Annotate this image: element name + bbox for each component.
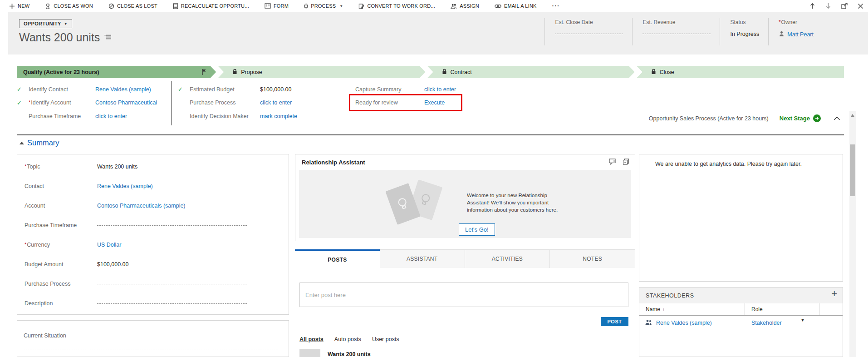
new-button[interactable]: NEW (9, 3, 29, 9)
field-topic[interactable]: *Topic Wants 200 units (25, 157, 282, 176)
column-header-name[interactable]: Name ↑ (639, 303, 745, 315)
tab-activities[interactable]: ACTIVITIES (465, 249, 550, 268)
field-label: *Topic (25, 164, 97, 170)
record-navigation (809, 0, 863, 12)
chevron-down-icon[interactable]: ▼ (800, 317, 805, 322)
lets-go-button[interactable]: Let's Go! (459, 223, 495, 236)
stakeholder-role-link[interactable]: Stakeholder (751, 320, 782, 326)
field-label: Purchase Timeframe (25, 222, 97, 228)
est-close-date-field[interactable]: Est. Close Date (544, 18, 632, 45)
status-label: Status (730, 19, 759, 25)
collapse-process-icon[interactable] (834, 116, 840, 120)
stage-qualify[interactable]: Qualify (Active for 23 hours) (17, 66, 216, 78)
lock-icon (232, 69, 237, 76)
field-label: *Identify Account (29, 99, 95, 106)
convert-to-work-order-button[interactable]: CONVERT TO WORK ORD... (358, 3, 435, 9)
tab-posts[interactable]: POSTS (295, 249, 380, 268)
owner-link[interactable]: Matt Peart (787, 31, 814, 38)
relationship-assistant-title: Relationship Assistant (302, 159, 365, 166)
identify-contact-link[interactable]: Rene Valdes (sample) (95, 86, 151, 93)
column-header-role[interactable]: Role (745, 303, 819, 315)
filter-auto-posts[interactable]: Auto posts (334, 336, 361, 342)
mark-complete-link[interactable]: mark complete (260, 113, 297, 119)
currency-link[interactable]: US Dollar (97, 242, 122, 248)
social-pane-tabs: POSTS ASSISTANT ACTIVITIES NOTES (295, 249, 635, 268)
move-down-icon[interactable] (825, 3, 831, 9)
stakeholders-panel: STAKEHOLDERS + Name ↑ Role Rene Valdes (… (639, 287, 843, 357)
field-purchase-timeframe[interactable]: Purchase Timeframe (25, 215, 282, 235)
field-description[interactable]: Description (25, 293, 282, 313)
stakeholder-name-link[interactable]: Rene Valdes (sample) (656, 320, 712, 326)
form-icon (265, 3, 271, 9)
post-list-item[interactable]: Wants 200 units (299, 349, 371, 357)
field-contact[interactable]: Contact Rene Valdes (sample) (25, 176, 282, 196)
empty-value-dashes[interactable] (24, 349, 278, 349)
field-budget-amount[interactable]: Budget Amount $100,000.00 (25, 254, 282, 274)
feedback-bubble-icon[interactable] (609, 159, 616, 165)
stage-contract[interactable]: Contract (427, 66, 635, 78)
close-icon[interactable] (858, 3, 863, 9)
process-field-purchase-timeframe: Purchase Timeframe click to enter (17, 109, 169, 123)
add-stakeholder-button[interactable]: + (831, 288, 837, 300)
column-divider (326, 81, 326, 125)
field-account[interactable]: Account Contoso Pharmaceuticals (sample) (25, 196, 282, 215)
people-icon (645, 319, 652, 327)
filter-all-posts[interactable]: All posts (299, 336, 324, 342)
stage-contract-label: Contract (451, 69, 472, 75)
more-commands-button[interactable]: ··· (552, 2, 560, 10)
summary-section-toggle[interactable]: Summary (20, 139, 59, 147)
contact-link[interactable]: Rene Valdes (sample) (97, 183, 153, 189)
field-label: Ready for review (355, 99, 424, 106)
post-filters: All posts Auto posts User posts (299, 336, 399, 342)
form-selector-icon[interactable] (104, 34, 112, 42)
process-fields-column-3: Capture Summary click to enter Ready for… (339, 83, 475, 109)
pop-out-icon[interactable] (841, 3, 848, 9)
purchase-timeframe-link[interactable]: click to enter (95, 113, 127, 119)
execute-link[interactable]: Execute (424, 99, 445, 106)
scroll-up-arrow[interactable] (851, 114, 854, 117)
scrollbar-thumb[interactable] (850, 144, 855, 196)
stage-close[interactable]: Close (637, 66, 844, 78)
tab-assistant[interactable]: ASSISTANT (380, 249, 465, 268)
assign-button[interactable]: ASSIGN (451, 3, 479, 9)
check-icon: ✓ (178, 86, 190, 93)
calculator-icon (173, 3, 178, 9)
capture-summary-link[interactable]: click to enter (424, 86, 456, 93)
field-purchase-process[interactable]: Purchase Process (25, 274, 282, 293)
process-button[interactable]: PROCESS ▼ (304, 3, 343, 9)
process-field-identify-contact: ✓ Identify Contact Rene Valdes (sample) (17, 83, 169, 96)
move-up-icon[interactable] (809, 3, 815, 9)
post-input[interactable] (300, 283, 628, 307)
est-revenue-field[interactable]: Est. Revenue (632, 18, 720, 45)
post-button[interactable]: POST (601, 317, 628, 326)
process-field-identify-decision-maker: Identify Decision Maker mark complete (178, 109, 328, 123)
tab-notes[interactable]: NOTES (550, 249, 635, 268)
close-as-won-button[interactable]: CLOSE AS WON (45, 3, 93, 9)
recalculate-opportunity-button[interactable]: RECALCULATE OPPORTU... (173, 3, 249, 9)
identify-account-link[interactable]: Contoso Pharmaceutical (95, 99, 157, 106)
assign-icon (451, 3, 457, 9)
close-as-lost-button[interactable]: CLOSE AS LOST (108, 3, 157, 9)
vertical-scrollbar[interactable] (849, 111, 856, 357)
field-currency[interactable]: *Currency US Dollar (25, 235, 282, 254)
next-stage-button[interactable]: Next Stage (780, 114, 821, 122)
stage-propose[interactable]: Propose (218, 66, 425, 78)
sort-ascending-icon: ↑ (662, 307, 665, 312)
filter-user-posts[interactable]: User posts (372, 336, 399, 342)
column-header-stub (819, 303, 843, 315)
form-button[interactable]: FORM (265, 3, 289, 9)
owner-field[interactable]: *Owner Matt Peart (768, 18, 823, 45)
table-row[interactable]: Rene Valdes (sample) Stakeholder ▼ (639, 316, 843, 330)
lock-icon (442, 69, 447, 76)
account-link[interactable]: Contoso Pharmaceuticals (sample) (97, 203, 186, 209)
estimated-budget-value[interactable]: $100,000.00 (260, 86, 292, 93)
purchase-process-link[interactable]: click to enter (260, 99, 292, 106)
process-name-label: Opportunity Sales Process (Active for 23… (649, 115, 769, 122)
email-a-link-button[interactable]: EMAIL A LINK (495, 3, 537, 9)
required-asterisk: * (25, 164, 26, 169)
field-label: Identify Decision Maker (190, 113, 260, 119)
new-button-label: NEW (18, 3, 29, 9)
copy-pages-icon[interactable] (623, 159, 629, 165)
field-label: Budget Amount (25, 261, 97, 268)
entity-type-dropdown[interactable]: OPPORTUNITY ▼ (19, 19, 72, 28)
